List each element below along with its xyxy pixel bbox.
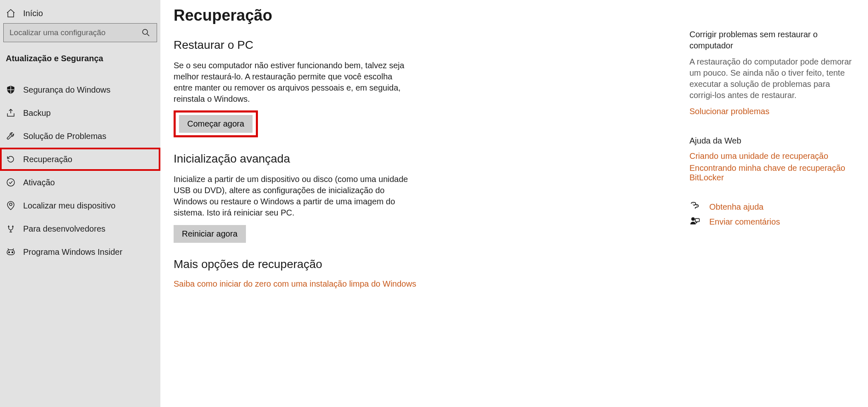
sidebar-home[interactable]: Início xyxy=(0,0,160,23)
search-container xyxy=(0,23,160,50)
web-help-title: Ajuda da Web xyxy=(689,135,855,146)
feedback-icon xyxy=(689,216,700,227)
recovery-drive-link[interactable]: Criando uma unidade de recuperação xyxy=(689,151,855,161)
sidebar-item-label: Para desenvolvedores xyxy=(23,224,105,234)
sidebar-item-findmydevice[interactable]: Localizar meu dispositivo xyxy=(0,194,160,217)
restart-now-button[interactable]: Reiniciar agora xyxy=(174,225,246,243)
developer-icon xyxy=(6,224,16,234)
get-help-row[interactable]: ? Obtenha ajuda xyxy=(689,201,855,212)
sidebar-item-label: Solução de Problemas xyxy=(23,132,106,141)
feedback-link[interactable]: Enviar comentários xyxy=(709,217,780,227)
sidebar-item-label: Ativação xyxy=(23,178,55,187)
svg-point-5 xyxy=(12,252,13,253)
sidebar-item-insider[interactable]: Programa Windows Insider xyxy=(0,240,160,263)
svg-rect-3 xyxy=(7,250,14,255)
reset-start-button[interactable]: Começar agora xyxy=(179,115,253,133)
sidebar-item-label: Backup xyxy=(23,108,51,118)
reset-button-highlight: Começar agora xyxy=(174,110,258,137)
sidebar-item-troubleshoot[interactable]: Solução de Problemas xyxy=(0,124,160,148)
sidebar-item-label: Segurança do Windows xyxy=(23,85,110,95)
svg-point-8 xyxy=(691,217,695,221)
svg-point-1 xyxy=(7,179,14,186)
reset-section-body: Se o seu computador não estiver funciona… xyxy=(174,60,413,105)
center-column: Recuperação Restaurar o PC Se o seu comp… xyxy=(174,7,513,407)
right-column: Corrigir problemas sem restaurar o compu… xyxy=(689,7,855,407)
wrench-icon xyxy=(6,131,16,141)
recovery-icon xyxy=(6,154,16,164)
check-circle-icon xyxy=(6,177,16,187)
svg-rect-9 xyxy=(695,218,699,222)
sidebar-item-backup[interactable]: Backup xyxy=(0,101,160,124)
svg-point-0 xyxy=(143,29,148,34)
help-icon: ? xyxy=(689,201,700,212)
sidebar-item-activation[interactable]: Ativação xyxy=(0,171,160,194)
sidebar-item-label: Recuperação xyxy=(23,155,72,164)
sidebar-item-recovery[interactable]: Recuperação xyxy=(0,148,160,171)
main-content: Recuperação Restaurar o PC Se o seu comp… xyxy=(160,0,868,407)
fix-problems-section: Corrigir problemas sem restaurar o compu… xyxy=(689,29,855,116)
actions-section: ? Obtenha ajuda Enviar comentários xyxy=(689,201,855,227)
home-icon xyxy=(6,8,16,18)
web-help-section: Ajuda da Web Criando uma unidade de recu… xyxy=(689,135,855,182)
settings-sidebar: Início Atualização e Segurança Segurança… xyxy=(0,0,160,407)
svg-point-2 xyxy=(10,203,12,206)
get-help-link[interactable]: Obtenha ajuda xyxy=(709,202,763,212)
shield-icon xyxy=(6,85,16,95)
search-input[interactable] xyxy=(10,28,141,37)
fix-body: A restauração do computador pode demorar… xyxy=(689,56,855,101)
troubleshoot-link[interactable]: Solucionar problemas xyxy=(689,107,855,116)
svg-text:?: ? xyxy=(696,204,697,208)
reset-section-title: Restaurar o PC xyxy=(174,38,513,52)
sidebar-nav-list: Segurança do Windows Backup Solução de P… xyxy=(0,78,160,263)
sidebar-item-label: Programa Windows Insider xyxy=(23,247,122,257)
home-label: Início xyxy=(23,9,43,18)
svg-point-4 xyxy=(9,252,10,253)
advanced-section-title: Inicialização avançada xyxy=(174,152,513,165)
fix-title: Corrigir problemas sem restaurar o compu… xyxy=(689,29,855,51)
location-icon xyxy=(6,201,16,211)
sidebar-item-security[interactable]: Segurança do Windows xyxy=(0,78,160,101)
bitlocker-key-link[interactable]: Encontrando minha chave de recuperação B… xyxy=(689,163,855,182)
advanced-section-body: Inicialize a partir de um dispositivo ou… xyxy=(174,174,413,218)
sidebar-item-developers[interactable]: Para desenvolvedores xyxy=(0,217,160,240)
fresh-start-link[interactable]: Saiba como iniciar do zero com uma insta… xyxy=(174,279,513,289)
search-icon xyxy=(141,28,151,38)
backup-icon xyxy=(6,108,16,118)
feedback-row[interactable]: Enviar comentários xyxy=(689,216,855,227)
sidebar-category: Atualização e Segurança xyxy=(0,50,160,78)
insider-icon xyxy=(6,247,16,257)
sidebar-item-label: Localizar meu dispositivo xyxy=(23,201,115,211)
more-options-title: Mais opções de recuperação xyxy=(174,258,513,271)
page-title: Recuperação xyxy=(174,7,513,24)
search-box[interactable] xyxy=(3,23,157,42)
